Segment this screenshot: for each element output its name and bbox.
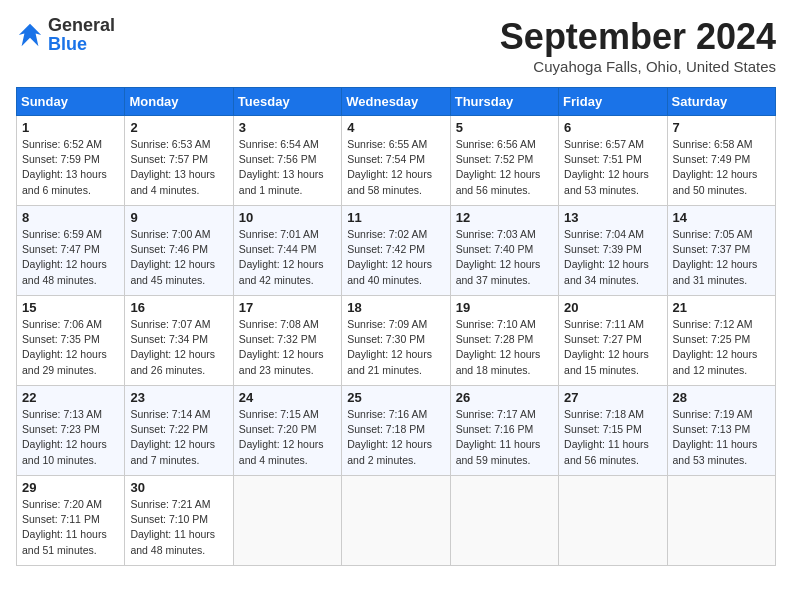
logo-bird-icon [16,21,44,49]
weekday-header-sunday: Sunday [17,88,125,116]
calendar-day-cell: 1Sunrise: 6:52 AMSunset: 7:59 PMDaylight… [17,116,125,206]
weekday-header-saturday: Saturday [667,88,775,116]
calendar-day-cell: 18Sunrise: 7:09 AMSunset: 7:30 PMDayligh… [342,296,450,386]
day-info: Sunrise: 6:59 AMSunset: 7:47 PMDaylight:… [22,227,119,288]
day-number: 7 [673,120,770,135]
day-info: Sunrise: 7:20 AMSunset: 7:11 PMDaylight:… [22,497,119,558]
day-info: Sunrise: 7:15 AMSunset: 7:20 PMDaylight:… [239,407,336,468]
day-info: Sunrise: 7:18 AMSunset: 7:15 PMDaylight:… [564,407,661,468]
day-number: 23 [130,390,227,405]
day-number: 2 [130,120,227,135]
calendar-day-cell: 27Sunrise: 7:18 AMSunset: 7:15 PMDayligh… [559,386,667,476]
calendar-day-cell: 13Sunrise: 7:04 AMSunset: 7:39 PMDayligh… [559,206,667,296]
calendar-day-cell [233,476,341,566]
day-info: Sunrise: 7:05 AMSunset: 7:37 PMDaylight:… [673,227,770,288]
day-number: 17 [239,300,336,315]
calendar-day-cell [559,476,667,566]
calendar-day-cell: 20Sunrise: 7:11 AMSunset: 7:27 PMDayligh… [559,296,667,386]
calendar-day-cell: 30Sunrise: 7:21 AMSunset: 7:10 PMDayligh… [125,476,233,566]
location-title: Cuyahoga Falls, Ohio, United States [500,58,776,75]
day-number: 4 [347,120,444,135]
calendar-day-cell: 19Sunrise: 7:10 AMSunset: 7:28 PMDayligh… [450,296,558,386]
day-info: Sunrise: 7:16 AMSunset: 7:18 PMDaylight:… [347,407,444,468]
day-info: Sunrise: 6:56 AMSunset: 7:52 PMDaylight:… [456,137,553,198]
day-info: Sunrise: 7:14 AMSunset: 7:22 PMDaylight:… [130,407,227,468]
calendar-day-cell: 29Sunrise: 7:20 AMSunset: 7:11 PMDayligh… [17,476,125,566]
logo-text: General Blue [48,16,115,54]
logo-general: General [48,15,115,35]
calendar-table: SundayMondayTuesdayWednesdayThursdayFrid… [16,87,776,566]
calendar-day-cell: 14Sunrise: 7:05 AMSunset: 7:37 PMDayligh… [667,206,775,296]
day-number: 28 [673,390,770,405]
calendar-day-cell: 12Sunrise: 7:03 AMSunset: 7:40 PMDayligh… [450,206,558,296]
calendar-day-cell: 24Sunrise: 7:15 AMSunset: 7:20 PMDayligh… [233,386,341,476]
day-number: 10 [239,210,336,225]
calendar-day-cell: 5Sunrise: 6:56 AMSunset: 7:52 PMDaylight… [450,116,558,206]
day-info: Sunrise: 7:08 AMSunset: 7:32 PMDaylight:… [239,317,336,378]
calendar-day-cell: 6Sunrise: 6:57 AMSunset: 7:51 PMDaylight… [559,116,667,206]
calendar-day-cell [342,476,450,566]
day-number: 22 [22,390,119,405]
day-number: 6 [564,120,661,135]
day-number: 3 [239,120,336,135]
day-info: Sunrise: 7:03 AMSunset: 7:40 PMDaylight:… [456,227,553,288]
weekday-header-row: SundayMondayTuesdayWednesdayThursdayFrid… [17,88,776,116]
day-info: Sunrise: 7:07 AMSunset: 7:34 PMDaylight:… [130,317,227,378]
day-info: Sunrise: 6:54 AMSunset: 7:56 PMDaylight:… [239,137,336,198]
logo-blue: Blue [48,34,87,54]
calendar-day-cell: 25Sunrise: 7:16 AMSunset: 7:18 PMDayligh… [342,386,450,476]
day-number: 12 [456,210,553,225]
day-info: Sunrise: 6:58 AMSunset: 7:49 PMDaylight:… [673,137,770,198]
calendar-day-cell: 21Sunrise: 7:12 AMSunset: 7:25 PMDayligh… [667,296,775,386]
logo: General Blue [16,16,115,54]
day-number: 24 [239,390,336,405]
calendar-day-cell: 28Sunrise: 7:19 AMSunset: 7:13 PMDayligh… [667,386,775,476]
day-info: Sunrise: 6:53 AMSunset: 7:57 PMDaylight:… [130,137,227,198]
day-number: 1 [22,120,119,135]
calendar-day-cell: 16Sunrise: 7:07 AMSunset: 7:34 PMDayligh… [125,296,233,386]
day-number: 14 [673,210,770,225]
day-info: Sunrise: 7:21 AMSunset: 7:10 PMDaylight:… [130,497,227,558]
day-number: 5 [456,120,553,135]
day-info: Sunrise: 6:57 AMSunset: 7:51 PMDaylight:… [564,137,661,198]
day-info: Sunrise: 7:06 AMSunset: 7:35 PMDaylight:… [22,317,119,378]
calendar-day-cell: 4Sunrise: 6:55 AMSunset: 7:54 PMDaylight… [342,116,450,206]
calendar-day-cell: 17Sunrise: 7:08 AMSunset: 7:32 PMDayligh… [233,296,341,386]
day-number: 11 [347,210,444,225]
day-number: 19 [456,300,553,315]
page-header: General Blue September 2024 Cuyahoga Fal… [16,16,776,75]
day-info: Sunrise: 6:52 AMSunset: 7:59 PMDaylight:… [22,137,119,198]
day-number: 13 [564,210,661,225]
calendar-day-cell: 9Sunrise: 7:00 AMSunset: 7:46 PMDaylight… [125,206,233,296]
day-info: Sunrise: 7:10 AMSunset: 7:28 PMDaylight:… [456,317,553,378]
calendar-day-cell: 3Sunrise: 6:54 AMSunset: 7:56 PMDaylight… [233,116,341,206]
weekday-header-monday: Monday [125,88,233,116]
calendar-day-cell: 23Sunrise: 7:14 AMSunset: 7:22 PMDayligh… [125,386,233,476]
day-info: Sunrise: 7:11 AMSunset: 7:27 PMDaylight:… [564,317,661,378]
calendar-day-cell [450,476,558,566]
day-number: 26 [456,390,553,405]
calendar-day-cell [667,476,775,566]
weekday-header-friday: Friday [559,88,667,116]
calendar-day-cell: 26Sunrise: 7:17 AMSunset: 7:16 PMDayligh… [450,386,558,476]
calendar-day-cell: 15Sunrise: 7:06 AMSunset: 7:35 PMDayligh… [17,296,125,386]
day-info: Sunrise: 6:55 AMSunset: 7:54 PMDaylight:… [347,137,444,198]
calendar-week-row: 1Sunrise: 6:52 AMSunset: 7:59 PMDaylight… [17,116,776,206]
calendar-day-cell: 11Sunrise: 7:02 AMSunset: 7:42 PMDayligh… [342,206,450,296]
day-info: Sunrise: 7:02 AMSunset: 7:42 PMDaylight:… [347,227,444,288]
day-number: 30 [130,480,227,495]
day-info: Sunrise: 7:13 AMSunset: 7:23 PMDaylight:… [22,407,119,468]
day-info: Sunrise: 7:12 AMSunset: 7:25 PMDaylight:… [673,317,770,378]
day-number: 8 [22,210,119,225]
day-number: 21 [673,300,770,315]
calendar-day-cell: 22Sunrise: 7:13 AMSunset: 7:23 PMDayligh… [17,386,125,476]
title-area: September 2024 Cuyahoga Falls, Ohio, Uni… [500,16,776,75]
weekday-header-tuesday: Tuesday [233,88,341,116]
day-number: 20 [564,300,661,315]
calendar-week-row: 15Sunrise: 7:06 AMSunset: 7:35 PMDayligh… [17,296,776,386]
weekday-header-thursday: Thursday [450,88,558,116]
calendar-week-row: 29Sunrise: 7:20 AMSunset: 7:11 PMDayligh… [17,476,776,566]
calendar-day-cell: 10Sunrise: 7:01 AMSunset: 7:44 PMDayligh… [233,206,341,296]
day-number: 16 [130,300,227,315]
calendar-day-cell: 2Sunrise: 6:53 AMSunset: 7:57 PMDaylight… [125,116,233,206]
